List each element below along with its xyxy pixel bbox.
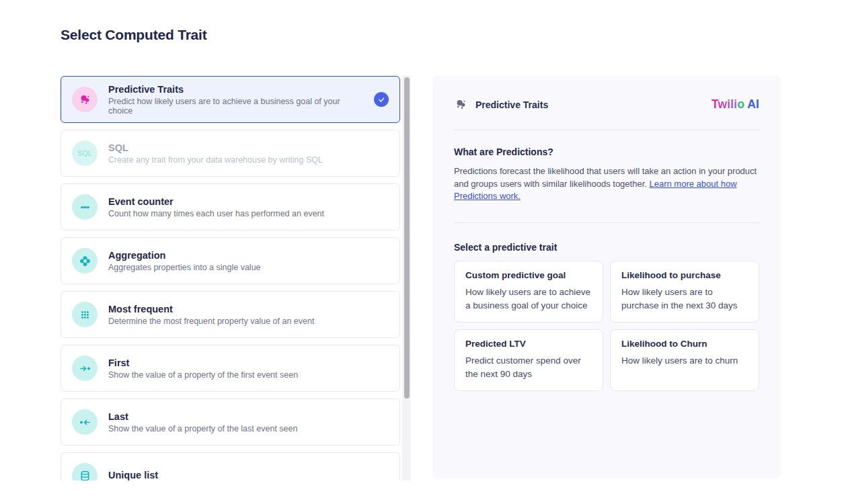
trait-item-title: Event counter bbox=[108, 196, 324, 207]
trait-list-item-sql[interactable]: SQL SQL Create any trait from your data … bbox=[61, 130, 400, 177]
trait-item-title: Most frequent bbox=[108, 304, 314, 314]
ellipsis-dots-icon bbox=[72, 194, 98, 220]
select-computed-trait-page: Select Computed Trait Predictive Traits … bbox=[0, 0, 846, 504]
card-title: Custom predictive goal bbox=[465, 270, 592, 280]
brand-text-o: o bbox=[737, 97, 744, 111]
trait-item-title: Aggregation bbox=[108, 250, 261, 261]
trait-list-item-predictive-traits[interactable]: Predictive Traits Predict how likely use… bbox=[61, 76, 400, 123]
select-predictive-trait-section: Select a predictive trait Custom predict… bbox=[454, 223, 759, 391]
card-title: Likelihood to purchase bbox=[621, 270, 748, 280]
icon-label: SQL bbox=[77, 149, 92, 157]
brand-text-twili: Twili bbox=[712, 97, 737, 111]
trait-item-title: SQL bbox=[108, 142, 323, 153]
predictive-trait-card-likelihood-to-churn[interactable]: Likelihood to Churn How likely users are… bbox=[610, 329, 759, 391]
selected-check-icon bbox=[374, 92, 389, 107]
about-body: Predictions forecast the likelihood that… bbox=[454, 165, 759, 203]
select-section-heading: Select a predictive trait bbox=[454, 242, 759, 253]
about-heading: What are Predictions? bbox=[454, 146, 759, 157]
dot-arrow-left-icon bbox=[72, 409, 98, 435]
card-title: Predicted LTV bbox=[465, 339, 592, 349]
panel-header: Predictive Traits Twilio AI bbox=[454, 75, 759, 130]
trait-item-description: Predict how likely users are to achieve … bbox=[108, 97, 363, 116]
trait-item-title: Unique list bbox=[108, 470, 158, 480]
about-predictions-section: What are Predictions? Predictions foreca… bbox=[454, 130, 759, 223]
brand-text-ai: AI bbox=[744, 97, 759, 111]
card-description: How likely users are to churn bbox=[621, 354, 748, 368]
trait-list-item-most-frequent[interactable]: Most frequent Determine the most frequen… bbox=[61, 291, 400, 338]
trait-item-title: First bbox=[108, 358, 298, 368]
aggregation-flower-icon bbox=[72, 248, 98, 274]
predictive-trait-card-grid: Custom predictive goal How likely users … bbox=[454, 261, 759, 391]
trait-list-item-aggregation[interactable]: Aggregation Aggregates properties into a… bbox=[61, 237, 400, 284]
trait-item-description: Show the value of a property of the firs… bbox=[108, 370, 298, 380]
panel-title: Predictive Traits bbox=[475, 99, 548, 110]
card-description: How likely users are to purchase in the … bbox=[621, 286, 748, 312]
trait-item-description: Determine the most frequent property val… bbox=[108, 317, 314, 326]
trait-item-description: Show the value of a property of the last… bbox=[108, 424, 297, 433]
trait-item-description: Count how many times each user has perfo… bbox=[108, 209, 324, 218]
predictive-trait-card-likelihood-to-purchase[interactable]: Likelihood to purchase How likely users … bbox=[610, 261, 759, 323]
page-title: Select Computed Trait bbox=[61, 27, 207, 43]
trait-list-item-first[interactable]: First Show the value of a property of th… bbox=[61, 345, 400, 392]
database-icon bbox=[72, 463, 98, 480]
arrow-into-dot-icon bbox=[72, 355, 98, 381]
trait-list-item-unique-list[interactable]: Unique list bbox=[61, 452, 400, 480]
card-description: How likely users are to achieve a busine… bbox=[465, 286, 592, 312]
predictive-trait-card-predicted-ltv[interactable]: Predicted LTV Predict customer spend ove… bbox=[454, 329, 603, 391]
trait-list: Predictive Traits Predict how likely use… bbox=[61, 76, 400, 480]
trait-item-description: Aggregates properties into a single valu… bbox=[108, 263, 261, 272]
grid-dots-icon bbox=[72, 302, 98, 327]
trait-detail-panel: Predictive Traits Twilio AI What are Pre… bbox=[432, 75, 781, 478]
scrollbar-track[interactable] bbox=[402, 75, 411, 480]
sql-badge-icon: SQL bbox=[72, 140, 98, 166]
predictive-trait-card-custom-predictive-goal[interactable]: Custom predictive goal How likely users … bbox=[454, 261, 603, 323]
trait-item-description: Create any trait from your data warehous… bbox=[108, 155, 323, 165]
card-description: Predict customer spend over the next 90 … bbox=[465, 354, 592, 381]
trait-list-item-event-counter[interactable]: Event counter Count how many times each … bbox=[61, 183, 400, 230]
trait-item-title: Last bbox=[108, 411, 297, 422]
trait-list-item-last[interactable]: Last Show the value of a property of the… bbox=[61, 398, 400, 446]
scrollbar-thumb[interactable] bbox=[404, 77, 410, 398]
splatter-icon bbox=[454, 97, 468, 112]
card-title: Likelihood to Churn bbox=[621, 339, 748, 349]
trait-item-title: Predictive Traits bbox=[108, 84, 363, 95]
twilio-ai-logo: Twilio AI bbox=[712, 97, 759, 112]
splatter-icon bbox=[72, 87, 98, 112]
